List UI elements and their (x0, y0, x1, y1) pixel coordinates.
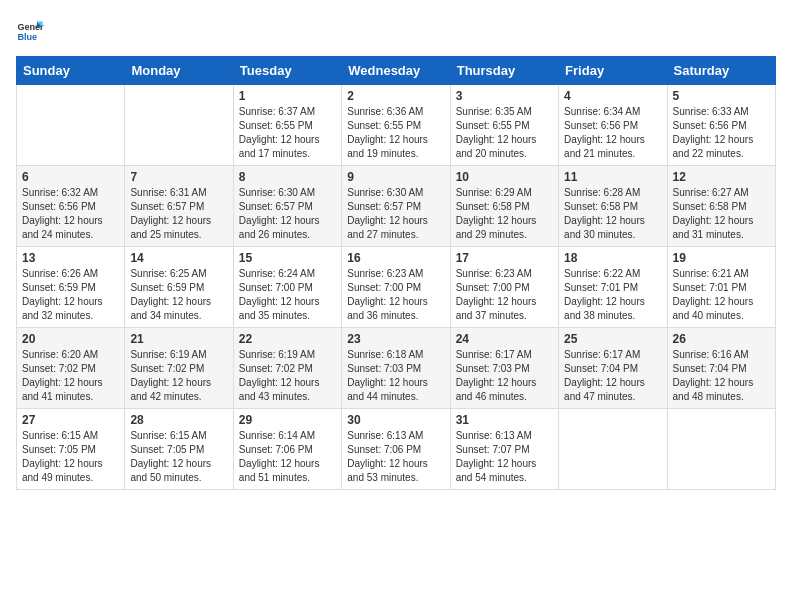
calendar-day-cell: 26Sunrise: 6:16 AMSunset: 7:04 PMDayligh… (667, 328, 775, 409)
calendar-body: 1Sunrise: 6:37 AMSunset: 6:55 PMDaylight… (17, 85, 776, 490)
day-info: Sunrise: 6:36 AMSunset: 6:55 PMDaylight:… (347, 105, 444, 161)
calendar-day-cell: 24Sunrise: 6:17 AMSunset: 7:03 PMDayligh… (450, 328, 558, 409)
day-of-week-header: Wednesday (342, 57, 450, 85)
day-info: Sunrise: 6:21 AMSunset: 7:01 PMDaylight:… (673, 267, 770, 323)
day-info: Sunrise: 6:27 AMSunset: 6:58 PMDaylight:… (673, 186, 770, 242)
calendar-day-cell (559, 409, 667, 490)
calendar-day-cell (125, 85, 233, 166)
day-info: Sunrise: 6:30 AMSunset: 6:57 PMDaylight:… (239, 186, 336, 242)
day-info: Sunrise: 6:18 AMSunset: 7:03 PMDaylight:… (347, 348, 444, 404)
day-number: 14 (130, 251, 227, 265)
calendar-week-row: 20Sunrise: 6:20 AMSunset: 7:02 PMDayligh… (17, 328, 776, 409)
day-info: Sunrise: 6:37 AMSunset: 6:55 PMDaylight:… (239, 105, 336, 161)
day-number: 27 (22, 413, 119, 427)
day-number: 15 (239, 251, 336, 265)
day-of-week-header: Monday (125, 57, 233, 85)
day-number: 20 (22, 332, 119, 346)
logo: General Blue (16, 16, 48, 44)
calendar-day-cell: 31Sunrise: 6:13 AMSunset: 7:07 PMDayligh… (450, 409, 558, 490)
calendar-day-cell (17, 85, 125, 166)
calendar-week-row: 6Sunrise: 6:32 AMSunset: 6:56 PMDaylight… (17, 166, 776, 247)
day-number: 29 (239, 413, 336, 427)
day-of-week-header: Thursday (450, 57, 558, 85)
calendar-day-cell: 10Sunrise: 6:29 AMSunset: 6:58 PMDayligh… (450, 166, 558, 247)
calendar-day-cell: 4Sunrise: 6:34 AMSunset: 6:56 PMDaylight… (559, 85, 667, 166)
calendar-day-cell: 3Sunrise: 6:35 AMSunset: 6:55 PMDaylight… (450, 85, 558, 166)
day-info: Sunrise: 6:15 AMSunset: 7:05 PMDaylight:… (130, 429, 227, 485)
day-info: Sunrise: 6:13 AMSunset: 7:07 PMDaylight:… (456, 429, 553, 485)
calendar-day-cell: 27Sunrise: 6:15 AMSunset: 7:05 PMDayligh… (17, 409, 125, 490)
calendar-day-cell: 7Sunrise: 6:31 AMSunset: 6:57 PMDaylight… (125, 166, 233, 247)
calendar-day-cell: 25Sunrise: 6:17 AMSunset: 7:04 PMDayligh… (559, 328, 667, 409)
day-of-week-header: Saturday (667, 57, 775, 85)
day-info: Sunrise: 6:35 AMSunset: 6:55 PMDaylight:… (456, 105, 553, 161)
day-info: Sunrise: 6:19 AMSunset: 7:02 PMDaylight:… (130, 348, 227, 404)
day-info: Sunrise: 6:13 AMSunset: 7:06 PMDaylight:… (347, 429, 444, 485)
day-number: 8 (239, 170, 336, 184)
day-info: Sunrise: 6:29 AMSunset: 6:58 PMDaylight:… (456, 186, 553, 242)
calendar-day-cell: 1Sunrise: 6:37 AMSunset: 6:55 PMDaylight… (233, 85, 341, 166)
calendar-header-row: SundayMondayTuesdayWednesdayThursdayFrid… (17, 57, 776, 85)
calendar-week-row: 27Sunrise: 6:15 AMSunset: 7:05 PMDayligh… (17, 409, 776, 490)
day-number: 10 (456, 170, 553, 184)
calendar-day-cell: 6Sunrise: 6:32 AMSunset: 6:56 PMDaylight… (17, 166, 125, 247)
day-info: Sunrise: 6:34 AMSunset: 6:56 PMDaylight:… (564, 105, 661, 161)
calendar-week-row: 13Sunrise: 6:26 AMSunset: 6:59 PMDayligh… (17, 247, 776, 328)
calendar-day-cell: 14Sunrise: 6:25 AMSunset: 6:59 PMDayligh… (125, 247, 233, 328)
calendar-day-cell: 19Sunrise: 6:21 AMSunset: 7:01 PMDayligh… (667, 247, 775, 328)
calendar-day-cell: 11Sunrise: 6:28 AMSunset: 6:58 PMDayligh… (559, 166, 667, 247)
day-number: 12 (673, 170, 770, 184)
day-info: Sunrise: 6:28 AMSunset: 6:58 PMDaylight:… (564, 186, 661, 242)
calendar-day-cell: 20Sunrise: 6:20 AMSunset: 7:02 PMDayligh… (17, 328, 125, 409)
calendar-day-cell: 8Sunrise: 6:30 AMSunset: 6:57 PMDaylight… (233, 166, 341, 247)
calendar-day-cell: 5Sunrise: 6:33 AMSunset: 6:56 PMDaylight… (667, 85, 775, 166)
day-number: 18 (564, 251, 661, 265)
day-number: 21 (130, 332, 227, 346)
day-number: 2 (347, 89, 444, 103)
day-info: Sunrise: 6:15 AMSunset: 7:05 PMDaylight:… (22, 429, 119, 485)
day-number: 25 (564, 332, 661, 346)
svg-text:Blue: Blue (17, 32, 37, 42)
day-number: 13 (22, 251, 119, 265)
day-number: 28 (130, 413, 227, 427)
page-header: General Blue (16, 16, 776, 44)
day-of-week-header: Friday (559, 57, 667, 85)
day-number: 5 (673, 89, 770, 103)
day-info: Sunrise: 6:24 AMSunset: 7:00 PMDaylight:… (239, 267, 336, 323)
day-of-week-header: Sunday (17, 57, 125, 85)
calendar-day-cell: 2Sunrise: 6:36 AMSunset: 6:55 PMDaylight… (342, 85, 450, 166)
logo-icon: General Blue (16, 16, 44, 44)
day-number: 17 (456, 251, 553, 265)
day-info: Sunrise: 6:25 AMSunset: 6:59 PMDaylight:… (130, 267, 227, 323)
day-number: 3 (456, 89, 553, 103)
day-info: Sunrise: 6:17 AMSunset: 7:04 PMDaylight:… (564, 348, 661, 404)
day-number: 7 (130, 170, 227, 184)
calendar-week-row: 1Sunrise: 6:37 AMSunset: 6:55 PMDaylight… (17, 85, 776, 166)
day-info: Sunrise: 6:33 AMSunset: 6:56 PMDaylight:… (673, 105, 770, 161)
day-info: Sunrise: 6:14 AMSunset: 7:06 PMDaylight:… (239, 429, 336, 485)
day-info: Sunrise: 6:31 AMSunset: 6:57 PMDaylight:… (130, 186, 227, 242)
day-number: 31 (456, 413, 553, 427)
day-number: 4 (564, 89, 661, 103)
calendar-day-cell: 16Sunrise: 6:23 AMSunset: 7:00 PMDayligh… (342, 247, 450, 328)
day-number: 30 (347, 413, 444, 427)
calendar-day-cell: 12Sunrise: 6:27 AMSunset: 6:58 PMDayligh… (667, 166, 775, 247)
day-info: Sunrise: 6:30 AMSunset: 6:57 PMDaylight:… (347, 186, 444, 242)
calendar-day-cell: 22Sunrise: 6:19 AMSunset: 7:02 PMDayligh… (233, 328, 341, 409)
day-info: Sunrise: 6:23 AMSunset: 7:00 PMDaylight:… (456, 267, 553, 323)
day-number: 23 (347, 332, 444, 346)
day-info: Sunrise: 6:17 AMSunset: 7:03 PMDaylight:… (456, 348, 553, 404)
day-number: 16 (347, 251, 444, 265)
day-info: Sunrise: 6:22 AMSunset: 7:01 PMDaylight:… (564, 267, 661, 323)
day-info: Sunrise: 6:23 AMSunset: 7:00 PMDaylight:… (347, 267, 444, 323)
calendar-day-cell: 18Sunrise: 6:22 AMSunset: 7:01 PMDayligh… (559, 247, 667, 328)
calendar-day-cell: 21Sunrise: 6:19 AMSunset: 7:02 PMDayligh… (125, 328, 233, 409)
day-info: Sunrise: 6:26 AMSunset: 6:59 PMDaylight:… (22, 267, 119, 323)
calendar-day-cell (667, 409, 775, 490)
calendar-day-cell: 23Sunrise: 6:18 AMSunset: 7:03 PMDayligh… (342, 328, 450, 409)
day-info: Sunrise: 6:16 AMSunset: 7:04 PMDaylight:… (673, 348, 770, 404)
calendar-day-cell: 13Sunrise: 6:26 AMSunset: 6:59 PMDayligh… (17, 247, 125, 328)
day-number: 11 (564, 170, 661, 184)
day-number: 9 (347, 170, 444, 184)
calendar-day-cell: 9Sunrise: 6:30 AMSunset: 6:57 PMDaylight… (342, 166, 450, 247)
